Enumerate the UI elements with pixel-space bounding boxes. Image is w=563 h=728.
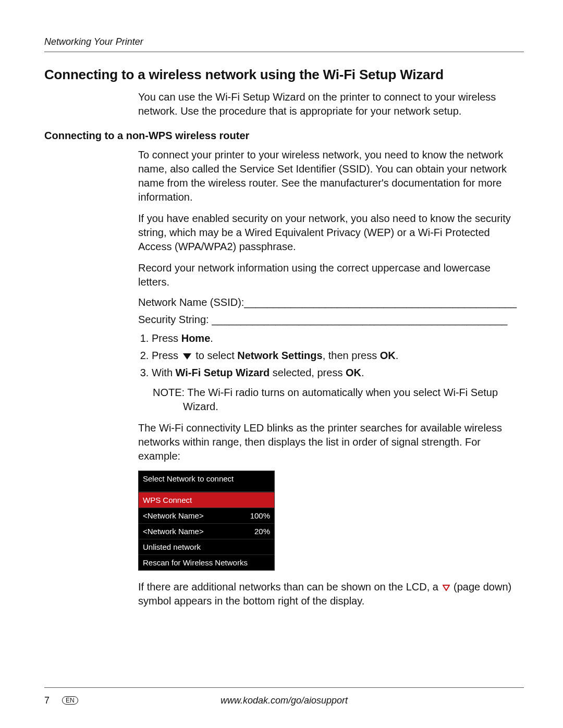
manual-page: Networking Your Printer Connecting to a …	[0, 0, 563, 728]
text: selected, press	[270, 367, 346, 378]
paragraph: The Wi-Fi connectivity LED blinks as the…	[138, 421, 524, 463]
lcd-label: <Network Name>	[143, 511, 204, 520]
text: .	[361, 367, 364, 378]
subsection-title: Connecting to a non-WPS wireless router	[44, 130, 524, 142]
lcd-label: WPS Connect	[143, 496, 192, 504]
down-arrow-icon	[183, 353, 191, 360]
intro-paragraph: You can use the Wi-Fi Setup Wizard on th…	[138, 90, 524, 118]
lcd-label: Rescan for Wireless Networks	[143, 558, 248, 567]
network-settings-label: Network Settings	[237, 350, 322, 361]
step-list: Press Home. Press to select Network Sett…	[138, 331, 524, 380]
lcd-row: <Network Name> 100%	[139, 508, 274, 524]
text: .	[210, 332, 213, 344]
text: , then press	[323, 350, 380, 361]
page-down-icon	[443, 585, 449, 591]
wifi-wizard-label: Wi-Fi Setup Wizard	[176, 367, 270, 378]
ok-label: OK	[380, 350, 396, 361]
section-title: Connecting to a wireless network using t…	[44, 67, 524, 83]
paragraph: Record your network information using th…	[138, 261, 524, 289]
paragraph: If there are additional networks than ca…	[138, 580, 524, 608]
ssid-fill-line: Network Name (SSID):____________________…	[138, 297, 524, 309]
text: .	[396, 350, 399, 361]
text: If there are additional networks than ca…	[138, 581, 441, 593]
text: With	[152, 367, 176, 378]
home-label: Home	[181, 332, 211, 344]
lcd-label: <Network Name>	[143, 527, 204, 536]
ok-label: OK	[346, 367, 361, 378]
lcd-row: Rescan for Wireless Networks	[139, 555, 274, 570]
paragraph: If you have enabled security on your net…	[138, 212, 524, 254]
lcd-label: Unlisted network	[143, 542, 201, 551]
running-header: Networking Your Printer	[44, 36, 524, 47]
lcd-value: 20%	[254, 527, 270, 536]
step-1: Press Home.	[152, 331, 524, 346]
lcd-title: Select Network to connect	[139, 471, 274, 492]
text: Press	[152, 332, 181, 344]
page-number: 7	[44, 695, 50, 706]
lcd-row-wps: WPS Connect	[139, 492, 274, 508]
step-3: With Wi-Fi Setup Wizard selected, press …	[152, 365, 524, 380]
step-2: Press to select Network Settings, then p…	[152, 348, 524, 363]
paragraph: To connect your printer to your wireless…	[138, 148, 524, 204]
text: Press	[152, 350, 181, 361]
language-badge: EN	[62, 696, 78, 705]
footer-url: www.kodak.com/go/aiosupport	[221, 695, 348, 706]
text: to select	[193, 350, 238, 361]
lcd-mockup: Select Network to connect WPS Connect <N…	[138, 471, 275, 571]
page-footer: 7 EN www.kodak.com/go/aiosupport	[44, 687, 524, 706]
lcd-row: <Network Name> 20%	[139, 524, 274, 539]
svg-marker-0	[443, 585, 449, 590]
note-text: NOTE: The Wi-Fi radio turns on automatic…	[153, 386, 524, 414]
lcd-row: Unlisted network	[139, 539, 274, 555]
body-column: You can use the Wi-Fi Setup Wizard on th…	[138, 90, 524, 118]
lcd-value: 100%	[250, 511, 270, 520]
header-rule	[44, 52, 524, 52]
body-column-2: To connect your printer to your wireless…	[138, 148, 524, 608]
security-fill-line: Security String: _______________________…	[138, 314, 524, 326]
